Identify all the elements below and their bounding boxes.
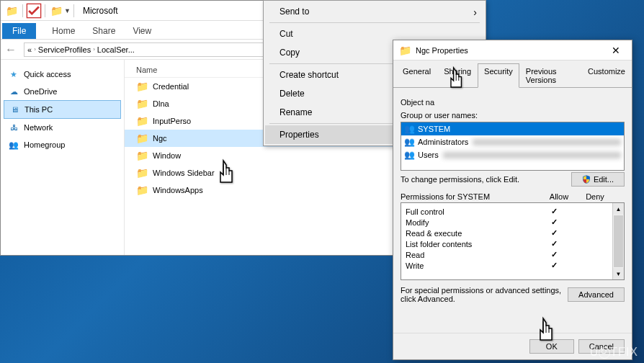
- sidebar-item-onedrive[interactable]: ☁OneDrive: [4, 83, 121, 100]
- permission-row: List folder contents: [406, 238, 608, 249]
- folder-icon: 📁: [399, 45, 411, 56]
- sidebar-item-network[interactable]: 🖧Network: [4, 119, 121, 136]
- users-icon: 👥: [404, 124, 415, 134]
- window-title: Microsoft: [83, 6, 118, 16]
- allow-check-icon: [536, 207, 572, 216]
- list-item-administrators[interactable]: 👥Administrators: [401, 135, 624, 148]
- menu-item-sendto[interactable]: Send to: [265, 2, 484, 21]
- checkbox-icon[interactable]: [26, 3, 42, 19]
- back-button[interactable]: ←: [5, 43, 21, 56]
- list-item[interactable]: 📁WindowsApps: [125, 182, 431, 199]
- properties-titlebar: 📁 Ngc Properties ✕: [393, 40, 632, 60]
- users-icon: 👥: [404, 150, 415, 160]
- group-listbox[interactable]: 👥SYSTEM 👥Administrators 👥Users: [401, 122, 625, 171]
- column-deny: Deny: [577, 192, 613, 201]
- cursor-pointer-icon: [213, 158, 242, 194]
- folder-icon: 📁: [136, 81, 148, 92]
- blurred-text: [473, 139, 621, 145]
- scroll-up-icon[interactable]: ▲: [613, 203, 624, 215]
- scroll-down-icon[interactable]: ▼: [613, 268, 624, 279]
- folder-icon: 📁: [136, 184, 148, 196]
- list-item[interactable]: 📁Window: [125, 147, 431, 164]
- list-item-users[interactable]: 👥Users: [401, 148, 624, 161]
- dialog-title: Ngc Properties: [416, 46, 468, 55]
- folder-icon: 📁: [136, 167, 148, 179]
- ribbon-view-tab[interactable]: View: [124, 23, 160, 39]
- permission-row: Full control: [406, 206, 608, 217]
- allow-check-icon: [536, 250, 572, 259]
- scroll-thumb[interactable]: [614, 215, 623, 267]
- sidebar-item-thispc[interactable]: 🖥This PC: [4, 100, 121, 119]
- advanced-button[interactable]: Advanced: [568, 287, 625, 302]
- star-icon: ★: [8, 68, 19, 80]
- cursor-pointer-icon: [444, 65, 470, 98]
- permission-row: Read: [406, 249, 608, 260]
- watermark: UTFIX: [590, 346, 638, 359]
- sidebar-item-homegroup[interactable]: 👥Homegroup: [4, 136, 121, 153]
- folder-icon: 📁: [136, 115, 148, 127]
- shield-icon: [582, 175, 591, 184]
- folder-icon: 📁: [136, 150, 148, 161]
- group-names-label: Group or user names:: [401, 111, 625, 120]
- tab-customize[interactable]: Customize: [581, 63, 632, 87]
- folder-icon: 📁: [48, 3, 64, 19]
- ribbon-share-tab[interactable]: Share: [84, 23, 124, 39]
- permission-row: Read & execute: [406, 228, 608, 238]
- users-icon: 👥: [404, 137, 415, 147]
- object-name-label: Object na: [401, 98, 625, 107]
- properties-body: Object na Group or user names: 👥SYSTEM 👥…: [393, 88, 632, 309]
- properties-tabs: General Sharing Security Previous Versio…: [393, 60, 632, 88]
- homegroup-icon: 👥: [8, 139, 19, 151]
- sidebar-item-quickaccess[interactable]: ★Quick access: [4, 66, 121, 83]
- close-button[interactable]: ✕: [606, 45, 626, 56]
- explorer-sidebar: ★Quick access ☁OneDrive 🖥This PC 🖧Networ…: [1, 60, 125, 255]
- blurred-text: [443, 152, 621, 158]
- allow-check-icon: [536, 239, 572, 248]
- pc-icon: 🖥: [9, 104, 20, 115]
- folder-icon: 📁: [136, 133, 148, 144]
- ribbon-file-tab[interactable]: File: [2, 23, 36, 39]
- cursor-pointer-icon: [533, 315, 562, 351]
- tab-general[interactable]: General: [396, 63, 437, 87]
- tab-previous-versions[interactable]: Previous Versions: [519, 63, 581, 87]
- change-perm-label: To change permissions, click Edit.: [401, 175, 519, 184]
- permissions-list[interactable]: Full control Modify Read & execute List …: [401, 202, 625, 280]
- allow-check-icon: [536, 218, 572, 227]
- folder-icon: 📁: [4, 3, 19, 19]
- permissions-header: Permissions for SYSTEM: [401, 192, 541, 201]
- list-item-system[interactable]: 👥SYSTEM: [401, 122, 624, 135]
- permission-row: Write: [406, 260, 608, 271]
- permission-row: Modify: [406, 217, 608, 228]
- dropdown-arrow-icon[interactable]: ▼: [64, 7, 71, 14]
- allow-check-icon: [536, 228, 572, 238]
- cloud-icon: ☁: [8, 86, 19, 97]
- edit-button[interactable]: Edit...: [571, 172, 625, 187]
- allow-check-icon: [536, 261, 572, 270]
- properties-dialog: 📁 Ngc Properties ✕ General Sharing Secur…: [393, 40, 632, 360]
- network-icon: 🖧: [8, 122, 19, 133]
- column-allow: Allow: [541, 192, 577, 201]
- tab-security[interactable]: Security: [478, 63, 519, 88]
- breadcrumb-ellipsis[interactable]: «: [27, 45, 32, 54]
- breadcrumb[interactable]: LocalSer...: [97, 45, 135, 54]
- scrollbar[interactable]: ▲ ▼: [612, 203, 624, 279]
- ribbon-home-tab[interactable]: Home: [43, 23, 84, 39]
- advanced-label: For special permissions or advanced sett…: [401, 286, 562, 303]
- folder-icon: 📁: [136, 98, 148, 109]
- breadcrumb[interactable]: ServiceProfiles: [38, 45, 91, 54]
- list-item[interactable]: 📁Windows Sidebar: [125, 164, 431, 182]
